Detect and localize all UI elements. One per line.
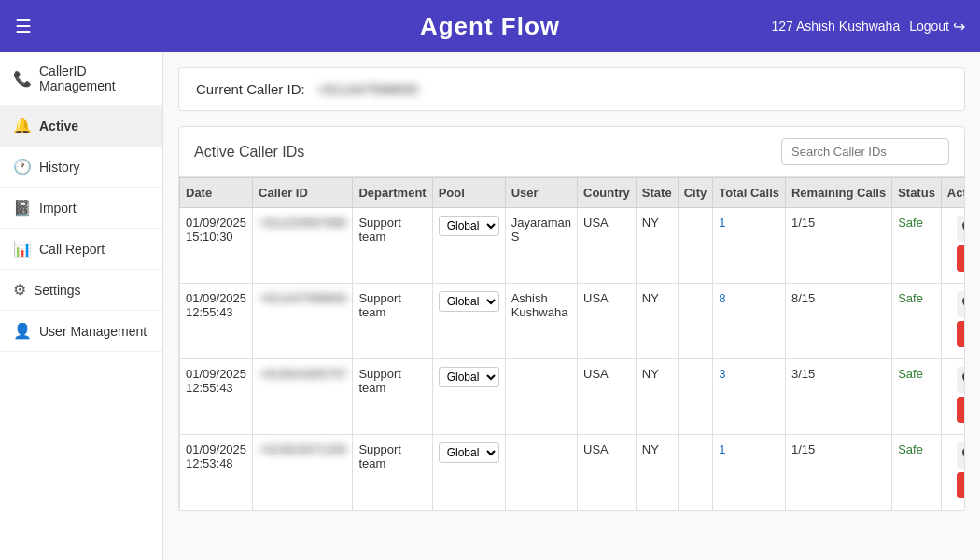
table-header-row: Active Caller IDs xyxy=(179,127,964,177)
sidebar: 📞 CallerID Management 🔔 Active 🕐 History… xyxy=(0,52,163,560)
cell-actions: 📞 🗑 xyxy=(941,359,965,435)
user-icon: 👤 xyxy=(13,322,32,340)
logout-button[interactable]: Logout ↪ xyxy=(909,18,965,35)
table-row: 01/09/2025 12:53:48 +913023071200 Suppor… xyxy=(180,435,966,511)
sidebar-item-caller-id-management[interactable]: 📞 CallerID Management xyxy=(0,52,162,105)
cell-country: USA xyxy=(578,284,637,359)
delete-button[interactable]: 🗑 xyxy=(957,321,965,347)
col-country: Country xyxy=(578,178,637,208)
search-input[interactable] xyxy=(781,138,949,165)
cell-country: USA xyxy=(578,208,637,284)
col-date: Date xyxy=(180,178,253,208)
cell-city xyxy=(678,208,713,284)
report-icon: 📊 xyxy=(13,240,32,258)
call-button[interactable]: 📞 xyxy=(957,216,965,242)
sidebar-item-history[interactable]: 🕐 History xyxy=(0,147,162,188)
pool-select[interactable]: Global Local xyxy=(439,291,499,312)
col-caller-id: Caller ID xyxy=(253,178,353,208)
cell-total-calls: 3 xyxy=(713,359,786,435)
caller-id-table: Date Caller ID Department Pool User Coun… xyxy=(179,177,965,511)
user-info: 127 Ashish Kushwaha xyxy=(771,19,900,34)
cell-state: NY xyxy=(636,435,678,511)
import-icon: 📓 xyxy=(13,199,32,217)
call-button[interactable]: 📞 xyxy=(957,367,965,393)
app-title: Agent Flow xyxy=(420,12,560,41)
cell-country: USA xyxy=(578,435,637,511)
sidebar-item-import[interactable]: 📓 Import xyxy=(0,188,162,229)
sidebar-label-caller-id-management: CallerID Management xyxy=(39,63,149,93)
table-row: 01/09/2025 12:55:43 +913041805757 Suppor… xyxy=(180,359,966,435)
call-button[interactable]: 📞 xyxy=(957,291,965,317)
cell-status: Safe xyxy=(892,208,942,284)
cell-state: NY xyxy=(636,284,678,359)
cell-city xyxy=(678,359,713,435)
cell-total-calls: 1 xyxy=(713,435,786,511)
clock-icon: 🕐 xyxy=(13,158,32,175)
sidebar-label-import: Import xyxy=(39,201,77,216)
pool-select[interactable]: Global Local xyxy=(439,216,499,236)
sidebar-item-user-management[interactable]: 👤 User Management xyxy=(0,311,162,352)
sidebar-item-active[interactable]: 🔔 Active xyxy=(0,105,162,147)
col-total-calls: Total Calls xyxy=(713,178,786,208)
cell-remaining-calls: 8/15 xyxy=(785,284,891,359)
cell-status: Safe xyxy=(892,435,942,511)
cell-pool[interactable]: Global Local xyxy=(432,435,505,511)
cell-remaining-calls: 3/15 xyxy=(785,359,891,435)
sidebar-item-call-report[interactable]: 📊 Call Report xyxy=(0,229,162,270)
call-button[interactable]: 📞 xyxy=(957,442,965,469)
cell-caller-id: +911234567890 xyxy=(253,208,353,284)
cell-actions: 📞 🗑 xyxy=(941,208,965,284)
cell-department: Support team xyxy=(353,284,432,359)
cell-department: Support team xyxy=(353,208,432,284)
cell-caller-id: +913041805757 xyxy=(253,359,353,435)
sidebar-label-settings: Settings xyxy=(34,283,81,298)
bell-icon: 🔔 xyxy=(13,117,32,134)
cell-user: Ashish Kushwaha xyxy=(505,284,577,359)
delete-button[interactable]: 🗑 xyxy=(957,245,965,272)
cell-total-calls: 1 xyxy=(713,208,786,284)
col-user: User xyxy=(505,178,577,208)
cell-remaining-calls: 1/15 xyxy=(785,435,891,511)
cell-state: NY xyxy=(636,208,678,284)
cell-department: Support team xyxy=(353,435,432,511)
header: ☰ Agent Flow 127 Ashish Kushwaha Logout … xyxy=(0,0,980,52)
col-pool: Pool xyxy=(432,178,505,208)
cell-date: 01/09/2025 15:10:30 xyxy=(180,208,253,284)
cell-date: 01/09/2025 12:55:43 xyxy=(180,284,253,359)
col-actions: Actions xyxy=(941,178,965,208)
current-caller-id-box: Current Caller ID: +911447598600 xyxy=(178,67,965,111)
col-remaining-calls: Remaining Calls xyxy=(785,178,891,208)
cell-remaining-calls: 1/15 xyxy=(785,208,891,284)
header-right: 127 Ashish Kushwaha Logout ↪ xyxy=(771,18,965,35)
table-row: 01/09/2025 15:10:30 +911234567890 Suppor… xyxy=(180,208,966,284)
sidebar-item-settings[interactable]: ⚙ Settings xyxy=(0,270,162,311)
phone-icon: 📞 xyxy=(13,70,32,88)
cell-department: Support team xyxy=(353,359,432,435)
pool-select[interactable]: Global Local xyxy=(439,367,499,387)
cell-user xyxy=(505,435,577,511)
menu-icon[interactable]: ☰ xyxy=(15,15,32,37)
cell-user: Jayaraman S xyxy=(505,208,577,284)
sidebar-label-active: Active xyxy=(39,119,78,133)
cell-total-calls: 8 xyxy=(713,284,786,359)
cell-user xyxy=(505,359,577,435)
cell-country: USA xyxy=(578,359,637,435)
cell-caller-id: +913023071200 xyxy=(253,435,353,511)
cell-pool[interactable]: Global Local xyxy=(432,284,505,359)
sidebar-label-call-report: Call Report xyxy=(39,242,105,257)
logout-icon: ↪ xyxy=(953,18,965,35)
cell-actions: 📞 🗑 xyxy=(941,284,965,359)
col-state: State xyxy=(636,178,678,208)
cell-pool[interactable]: Global Local xyxy=(432,208,505,284)
sidebar-label-history: History xyxy=(39,160,80,175)
pool-select[interactable]: Global Local xyxy=(439,442,499,463)
delete-button[interactable]: 🗑 xyxy=(957,472,965,498)
col-city: City xyxy=(678,178,713,208)
delete-button[interactable]: 🗑 xyxy=(957,397,965,423)
table-row: 01/09/2025 12:55:43 +911447598600 Suppor… xyxy=(180,284,966,359)
current-caller-id-label: Current Caller ID: xyxy=(196,81,305,97)
cell-status: Safe xyxy=(892,359,942,435)
cell-pool[interactable]: Global Local xyxy=(432,359,505,435)
cell-date: 01/09/2025 12:55:43 xyxy=(180,359,253,435)
col-status: Status xyxy=(892,178,942,208)
